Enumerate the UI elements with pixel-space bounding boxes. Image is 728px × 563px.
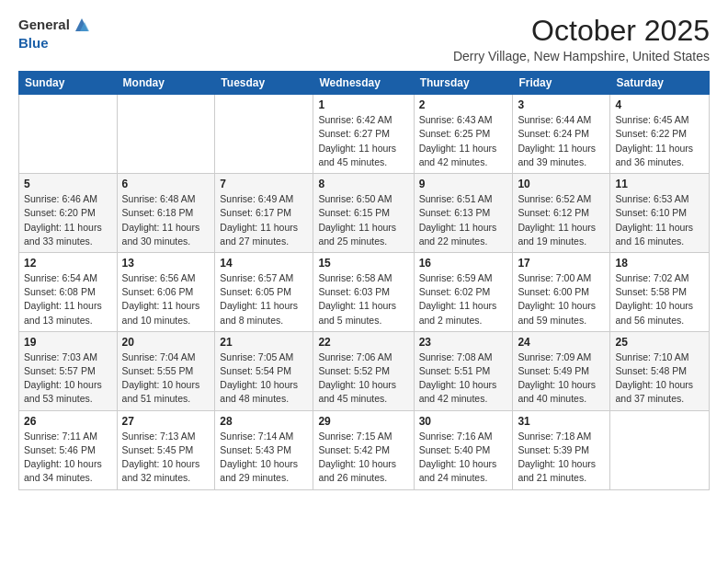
day-info: Sunrise: 7:10 AMSunset: 5:48 PMDaylight:… xyxy=(615,350,704,407)
day-number: 6 xyxy=(122,178,210,190)
day-number: 1 xyxy=(318,98,408,111)
calendar-cell: 30Sunrise: 7:16 AMSunset: 5:40 PMDayligh… xyxy=(414,410,513,489)
day-info: Sunrise: 7:08 AMSunset: 5:51 PMDaylight:… xyxy=(419,350,508,407)
calendar-cell: 11Sunrise: 6:53 AMSunset: 6:10 PMDayligh… xyxy=(610,174,710,253)
calendar-cell: 19Sunrise: 7:03 AMSunset: 5:57 PMDayligh… xyxy=(19,331,118,410)
col-sunday: Sunday xyxy=(19,72,118,95)
calendar-cell: 5Sunrise: 6:46 AMSunset: 6:20 PMDaylight… xyxy=(19,174,118,253)
calendar-header-row: Sunday Monday Tuesday Wednesday Thursday… xyxy=(19,72,710,95)
calendar-cell: 21Sunrise: 7:05 AMSunset: 5:54 PMDayligh… xyxy=(215,331,313,410)
day-info: Sunrise: 7:00 AMSunset: 6:00 PMDaylight:… xyxy=(518,271,605,327)
day-info: Sunrise: 6:56 AMSunset: 6:06 PMDaylight:… xyxy=(122,271,210,327)
day-info: Sunrise: 7:11 AMSunset: 5:46 PMDaylight:… xyxy=(24,430,112,486)
calendar-cell: 29Sunrise: 7:15 AMSunset: 5:42 PMDayligh… xyxy=(313,410,414,489)
calendar-cell: 7Sunrise: 6:49 AMSunset: 6:17 PMDaylight… xyxy=(215,174,313,253)
calendar-cell: 16Sunrise: 6:59 AMSunset: 6:02 PMDayligh… xyxy=(414,252,513,331)
calendar-cell: 27Sunrise: 7:13 AMSunset: 5:45 PMDayligh… xyxy=(117,410,215,489)
day-number: 24 xyxy=(518,336,605,349)
day-number: 18 xyxy=(615,257,704,270)
calendar-cell: 2Sunrise: 6:43 AMSunset: 6:25 PMDaylight… xyxy=(414,95,513,174)
day-info: Sunrise: 6:59 AMSunset: 6:02 PMDaylight:… xyxy=(419,271,508,327)
day-info: Sunrise: 7:05 AMSunset: 5:54 PMDaylight:… xyxy=(220,350,308,407)
day-number: 9 xyxy=(419,178,508,190)
day-info: Sunrise: 7:09 AMSunset: 5:49 PMDaylight:… xyxy=(518,350,605,407)
day-info: Sunrise: 7:02 AMSunset: 5:58 PMDaylight:… xyxy=(615,271,704,327)
logo-general-text: General xyxy=(18,17,70,33)
calendar-cell: 3Sunrise: 6:44 AMSunset: 6:24 PMDaylight… xyxy=(513,95,610,174)
day-info: Sunrise: 6:49 AMSunset: 6:17 PMDaylight:… xyxy=(220,192,308,248)
day-number: 25 xyxy=(615,336,704,349)
day-number: 7 xyxy=(220,178,308,190)
location-subtitle: Derry Village, New Hampshire, United Sta… xyxy=(453,49,710,63)
calendar-cell: 10Sunrise: 6:52 AMSunset: 6:12 PMDayligh… xyxy=(513,174,610,253)
day-number: 21 xyxy=(220,336,308,349)
logo-icon xyxy=(72,15,92,35)
page-container: General Blue October 2025 Derry Village,… xyxy=(0,0,728,500)
day-number: 15 xyxy=(318,257,408,270)
day-info: Sunrise: 7:14 AMSunset: 5:43 PMDaylight:… xyxy=(220,430,308,486)
calendar-cell xyxy=(19,95,118,174)
day-number: 23 xyxy=(419,336,508,349)
day-number: 22 xyxy=(318,336,408,349)
day-number: 26 xyxy=(24,415,112,428)
col-tuesday: Tuesday xyxy=(215,72,313,95)
calendar-cell: 14Sunrise: 6:57 AMSunset: 6:05 PMDayligh… xyxy=(215,252,313,331)
day-info: Sunrise: 6:57 AMSunset: 6:05 PMDaylight:… xyxy=(220,271,308,327)
calendar-cell xyxy=(117,95,215,174)
calendar-cell: 23Sunrise: 7:08 AMSunset: 5:51 PMDayligh… xyxy=(414,331,513,410)
month-year-title: October 2025 xyxy=(453,15,710,47)
day-number: 30 xyxy=(419,415,508,428)
calendar-cell: 31Sunrise: 7:18 AMSunset: 5:39 PMDayligh… xyxy=(513,410,610,489)
day-info: Sunrise: 6:51 AMSunset: 6:13 PMDaylight:… xyxy=(419,192,508,248)
day-info: Sunrise: 6:58 AMSunset: 6:03 PMDaylight:… xyxy=(318,271,408,327)
calendar-cell: 4Sunrise: 6:45 AMSunset: 6:22 PMDaylight… xyxy=(610,95,710,174)
day-info: Sunrise: 7:13 AMSunset: 5:45 PMDaylight:… xyxy=(122,430,210,486)
calendar-week-row: 12Sunrise: 6:54 AMSunset: 6:08 PMDayligh… xyxy=(19,252,710,331)
calendar-week-row: 26Sunrise: 7:11 AMSunset: 5:46 PMDayligh… xyxy=(19,410,710,489)
day-info: Sunrise: 7:06 AMSunset: 5:52 PMDaylight:… xyxy=(318,350,408,407)
day-number: 14 xyxy=(220,257,308,270)
day-info: Sunrise: 6:53 AMSunset: 6:10 PMDaylight:… xyxy=(615,192,704,248)
day-number: 17 xyxy=(518,257,605,270)
day-info: Sunrise: 6:54 AMSunset: 6:08 PMDaylight:… xyxy=(24,271,112,327)
day-number: 16 xyxy=(419,257,508,270)
calendar-table: Sunday Monday Tuesday Wednesday Thursday… xyxy=(18,71,710,489)
day-info: Sunrise: 7:16 AMSunset: 5:40 PMDaylight:… xyxy=(419,430,508,486)
day-number: 13 xyxy=(122,257,210,270)
calendar-cell: 25Sunrise: 7:10 AMSunset: 5:48 PMDayligh… xyxy=(610,331,710,410)
day-number: 12 xyxy=(24,257,112,270)
col-wednesday: Wednesday xyxy=(313,72,414,95)
calendar-cell: 20Sunrise: 7:04 AMSunset: 5:55 PMDayligh… xyxy=(117,331,215,410)
day-info: Sunrise: 6:42 AMSunset: 6:27 PMDaylight:… xyxy=(318,113,408,169)
calendar-week-row: 5Sunrise: 6:46 AMSunset: 6:20 PMDaylight… xyxy=(19,174,710,253)
day-info: Sunrise: 6:45 AMSunset: 6:22 PMDaylight:… xyxy=(615,113,704,169)
calendar-cell xyxy=(215,95,313,174)
calendar-cell: 28Sunrise: 7:14 AMSunset: 5:43 PMDayligh… xyxy=(215,410,313,489)
calendar-cell xyxy=(610,410,710,489)
logo-blue-text: Blue xyxy=(18,35,49,51)
day-number: 28 xyxy=(220,415,308,428)
day-number: 4 xyxy=(615,98,704,111)
day-info: Sunrise: 7:04 AMSunset: 5:55 PMDaylight:… xyxy=(122,350,210,407)
day-info: Sunrise: 7:15 AMSunset: 5:42 PMDaylight:… xyxy=(318,430,408,486)
day-number: 8 xyxy=(318,178,408,190)
day-number: 27 xyxy=(122,415,210,428)
calendar-cell: 6Sunrise: 6:48 AMSunset: 6:18 PMDaylight… xyxy=(117,174,215,253)
day-info: Sunrise: 6:52 AMSunset: 6:12 PMDaylight:… xyxy=(518,192,605,248)
day-info: Sunrise: 6:46 AMSunset: 6:20 PMDaylight:… xyxy=(24,192,112,248)
col-monday: Monday xyxy=(117,72,215,95)
header: General Blue October 2025 Derry Village,… xyxy=(18,15,710,63)
col-saturday: Saturday xyxy=(610,72,710,95)
calendar-week-row: 19Sunrise: 7:03 AMSunset: 5:57 PMDayligh… xyxy=(19,331,710,410)
calendar-cell: 8Sunrise: 6:50 AMSunset: 6:15 PMDaylight… xyxy=(313,174,414,253)
title-block: October 2025 Derry Village, New Hampshir… xyxy=(453,15,710,63)
calendar-cell: 13Sunrise: 6:56 AMSunset: 6:06 PMDayligh… xyxy=(117,252,215,331)
day-number: 11 xyxy=(615,178,704,190)
calendar-cell: 15Sunrise: 6:58 AMSunset: 6:03 PMDayligh… xyxy=(313,252,414,331)
calendar-cell: 18Sunrise: 7:02 AMSunset: 5:58 PMDayligh… xyxy=(610,252,710,331)
calendar-cell: 1Sunrise: 6:42 AMSunset: 6:27 PMDaylight… xyxy=(313,95,414,174)
col-thursday: Thursday xyxy=(414,72,513,95)
calendar-cell: 26Sunrise: 7:11 AMSunset: 5:46 PMDayligh… xyxy=(19,410,118,489)
day-number: 31 xyxy=(518,415,605,428)
day-number: 10 xyxy=(518,178,605,190)
